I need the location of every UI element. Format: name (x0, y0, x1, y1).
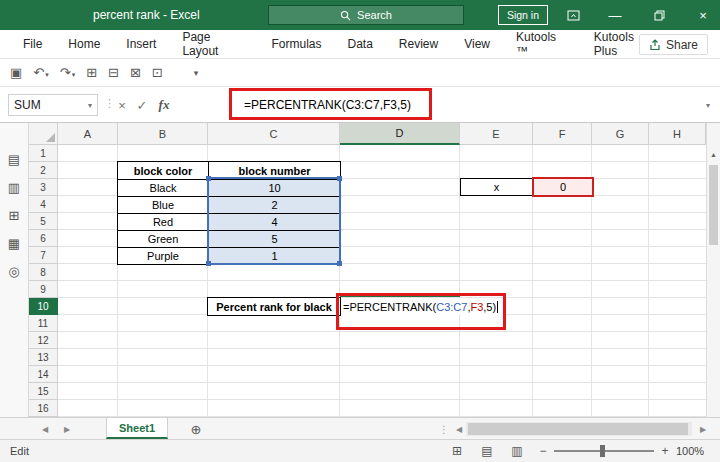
column-header-g[interactable]: G (592, 123, 649, 145)
cell-c10[interactable]: Percent rank for black (207, 297, 341, 316)
search-placeholder: Search (357, 9, 392, 21)
row-header-7[interactable]: 7 (29, 247, 58, 264)
zoom-in-icon[interactable]: + (654, 440, 676, 462)
name-box[interactable]: SUM ▾ (8, 94, 98, 116)
undo-icon: ↶ (33, 66, 44, 79)
expand-formula-bar-icon[interactable]: ▾ (700, 94, 716, 116)
sign-in-button[interactable]: Sign in (498, 5, 548, 25)
qat-cell-icon[interactable]: ⊡ (152, 66, 163, 79)
zoom-level[interactable]: 100% (676, 440, 704, 462)
cell-b5[interactable]: Red (118, 213, 208, 230)
row-header-8[interactable]: 8 (29, 264, 58, 281)
annotation-box-cell (336, 293, 506, 330)
find-pane-icon[interactable]: ◎ (8, 265, 19, 278)
column-header-f[interactable]: F (533, 123, 592, 145)
tab-review[interactable]: Review (386, 30, 451, 58)
undo-dropdown-icon: ▾ (45, 71, 49, 79)
next-sheet-icon[interactable]: ▶ (58, 418, 76, 440)
row-header-1[interactable]: 1 (29, 145, 58, 162)
kutools-side-pane: ▤ ▥ ⊞ ▦ ◎ (0, 123, 29, 417)
row-header-15[interactable]: 15 (29, 383, 58, 400)
title-bar: percent rank - Excel Search Sign in — × (0, 0, 720, 30)
cell-f3[interactable]: 0 (532, 177, 594, 197)
column-header-d[interactable]: D (340, 123, 460, 145)
redo-button[interactable]: ↷▾ (60, 66, 75, 79)
scroll-right-icon[interactable]: ▶ (694, 418, 712, 440)
row-header-12[interactable]: 12 (29, 332, 58, 349)
minimize-button[interactable]: — (598, 0, 632, 30)
column-list-pane-icon[interactable]: ▦ (8, 237, 20, 250)
range-handle[interactable] (337, 261, 342, 266)
row-header-2[interactable]: 2 (29, 162, 58, 179)
enter-button[interactable]: ✓ (132, 94, 152, 116)
tab-insert[interactable]: Insert (113, 30, 169, 58)
tab-data[interactable]: Data (335, 30, 386, 58)
column-header-a[interactable]: A (58, 123, 118, 145)
select-all-corner[interactable] (29, 123, 58, 145)
tab-formulas[interactable]: Formulas (258, 30, 334, 58)
cancel-button[interactable]: × (112, 94, 132, 116)
cell-b2[interactable]: block color (118, 162, 208, 179)
vertical-scrollbar[interactable]: ▲ (706, 123, 720, 417)
range-handle[interactable] (337, 176, 342, 181)
tab-kutools[interactable]: Kutools ™ (503, 30, 581, 58)
row-header-5[interactable]: 5 (29, 213, 58, 230)
column-header-e[interactable]: E (460, 123, 533, 145)
qat-merge-icon[interactable]: ⊠ (130, 66, 141, 79)
restore-button[interactable] (642, 0, 676, 30)
excel-window: percent rank - Excel Search Sign in — × … (0, 0, 720, 462)
add-sheet-icon[interactable]: ⊕ (186, 418, 206, 440)
tab-page-layout[interactable]: Page Layout (169, 30, 258, 58)
previous-sheet-icon[interactable]: ◀ (36, 418, 54, 440)
cell-b3[interactable]: Black (118, 179, 208, 196)
tab-view[interactable]: View (451, 30, 503, 58)
qat-borders-icon[interactable]: ⊟ (108, 66, 119, 79)
column-header-h[interactable]: H (649, 123, 706, 145)
cell-e3[interactable]: x (460, 178, 533, 196)
horizontal-scrollbar[interactable] (466, 422, 692, 436)
scroll-up-icon[interactable]: ▲ (707, 147, 720, 161)
row-header-11[interactable]: 11 (29, 315, 58, 332)
cell-b6[interactable]: Green (118, 230, 208, 247)
share-icon (649, 39, 661, 51)
column-header-c[interactable]: C (208, 123, 340, 145)
search-input[interactable]: Search (268, 5, 464, 25)
row-header-6[interactable]: 6 (29, 230, 58, 247)
vertical-scrollbar-thumb[interactable] (709, 165, 718, 245)
tab-file[interactable]: File (10, 30, 55, 58)
row-header-3[interactable]: 3 (29, 179, 58, 196)
save-icon[interactable]: ▣ (10, 66, 22, 79)
row-header-10[interactable]: 10 (29, 298, 58, 315)
row-header-4[interactable]: 4 (29, 196, 58, 213)
zoom-slider-thumb[interactable] (600, 445, 605, 457)
workbook-pane-icon[interactable]: ▤ (8, 153, 20, 166)
worksheet-pane-icon[interactable]: ▥ (8, 181, 20, 194)
customize-qat-chevron-icon[interactable]: ▾ (194, 68, 199, 78)
page-break-view-icon[interactable]: ▥ (506, 440, 528, 462)
range-handle[interactable] (206, 176, 211, 181)
row-header-16[interactable]: 16 (29, 400, 58, 417)
zoom-out-icon[interactable]: − (532, 440, 554, 462)
cell-b4[interactable]: Blue (118, 196, 208, 213)
close-button[interactable]: × (686, 0, 720, 30)
row-header-14[interactable]: 14 (29, 366, 58, 383)
column-header-b[interactable]: B (118, 123, 208, 145)
clipboard-pane-icon[interactable]: ⊞ (9, 209, 20, 222)
normal-view-icon[interactable]: ⊞ (446, 440, 468, 462)
row-header-13[interactable]: 13 (29, 349, 58, 366)
annotation-box-formula-bar (229, 88, 432, 120)
range-handle[interactable] (206, 261, 211, 266)
share-button[interactable]: Share (639, 34, 708, 55)
insert-function-button[interactable]: fx (154, 94, 174, 116)
qat-table-icon[interactable]: ⊞ (86, 66, 97, 79)
sheet-tab-sheet1[interactable]: Sheet1 (106, 418, 168, 439)
tab-home[interactable]: Home (55, 30, 113, 58)
horizontal-scrollbar-thumb[interactable] (468, 423, 688, 435)
tab-scrollbar-splitter[interactable]: ⋮ (438, 418, 450, 440)
ribbon-display-options-button[interactable] (556, 0, 590, 30)
undo-button[interactable]: ↶▾ (33, 66, 48, 79)
row-header-9[interactable]: 9 (29, 281, 58, 298)
window-title: percent rank - Excel (93, 0, 200, 30)
cell-b7[interactable]: Purple (118, 247, 208, 264)
page-layout-view-icon[interactable]: ▤ (476, 440, 498, 462)
